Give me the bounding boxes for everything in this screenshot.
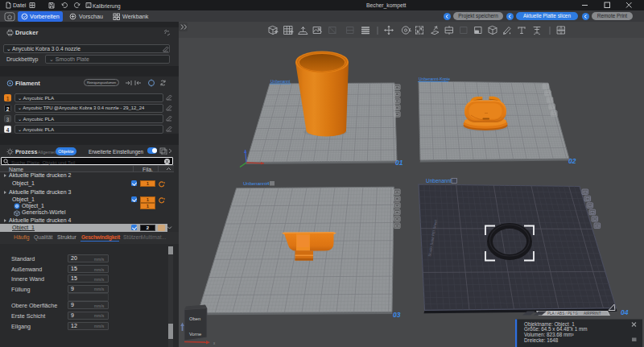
- svg-text:Vorne: Vorne: [189, 332, 201, 337]
- svg-text:PLA / ABS / PETG: PLA / ABS / PETG: [547, 312, 578, 316]
- svg-text:Unbenannt4: Unbenannt4: [243, 181, 270, 186]
- svg-text:01: 01: [395, 159, 403, 167]
- svg-text:Unbenannt-Kopie: Unbenannt-Kopie: [419, 76, 450, 81]
- svg-text:04: 04: [621, 308, 629, 316]
- svg-text:AIRPRINT: AIRPRINT: [584, 312, 601, 316]
- svg-text:Dreiecke: 1648: Dreiecke: 1648: [524, 337, 559, 343]
- svg-text:Oben: Oben: [189, 316, 200, 321]
- svg-text:Unbenannt: Unbenannt: [270, 79, 291, 84]
- svg-text:03: 03: [393, 311, 401, 319]
- svg-text:Unbenannt: Unbenannt: [426, 178, 452, 184]
- svg-text:02: 02: [568, 157, 576, 165]
